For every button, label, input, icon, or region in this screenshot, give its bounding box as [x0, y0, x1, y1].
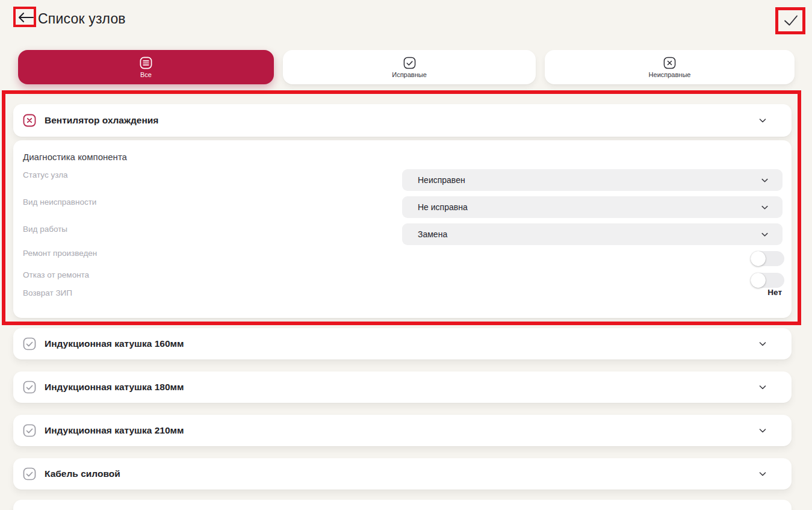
- checkmark-icon: [783, 14, 799, 26]
- toggle-knob: [751, 251, 766, 266]
- diagnostics-panel: Диагностика компонента Статус узла Вид н…: [13, 140, 792, 318]
- zip-return-value: Нет: [767, 288, 782, 297]
- check-square-icon: [23, 381, 36, 394]
- repair-refused-toggle[interactable]: [751, 273, 784, 288]
- node-list-screen: Список узлов Все Исправные Неисправные: [0, 0, 812, 510]
- chevron-down-icon: [760, 176, 769, 185]
- tab-working-label: Исправные: [392, 71, 427, 78]
- tab-faulty[interactable]: Неисправные: [545, 50, 795, 84]
- page-title: Список узлов: [38, 11, 126, 27]
- confirm-button[interactable]: [779, 10, 802, 31]
- tab-working[interactable]: Исправные: [283, 50, 536, 84]
- dropdown-value: Замена: [418, 229, 447, 239]
- chevron-down-icon: [760, 203, 769, 212]
- section-header-cooling-fan[interactable]: Вентилятор охлаждения: [13, 104, 792, 137]
- tab-faulty-label: Неисправные: [649, 71, 691, 78]
- field-label-fault-type: Вид неисправности: [23, 197, 96, 207]
- section-header-coil-180[interactable]: Индукционная катушка 180мм: [13, 372, 792, 403]
- section-header-coil-160[interactable]: Индукционная катушка 160мм: [13, 328, 792, 359]
- section-title: Вентилятор охлаждения: [45, 115, 158, 126]
- dropdown-value: Не исправна: [418, 202, 468, 212]
- toggle-knob: [751, 273, 766, 288]
- section-title: Индукционная катушка 160мм: [45, 338, 184, 349]
- field-label-zip-return: Возврат ЗИП: [23, 288, 72, 297]
- chevron-down-icon: [758, 339, 767, 349]
- repair-done-toggle[interactable]: [751, 251, 784, 266]
- field-label-repair-done: Ремонт произведен: [23, 249, 97, 258]
- chevron-down-icon: [758, 426, 767, 435]
- field-label-repair-refused: Отказ от ремонта: [23, 270, 89, 279]
- check-square-icon: [23, 467, 36, 480]
- check-square-icon: [23, 337, 36, 350]
- tab-all-label: Все: [140, 71, 152, 78]
- fault-type-dropdown[interactable]: Не исправна: [402, 196, 783, 218]
- chevron-down-icon: [758, 116, 767, 125]
- back-button[interactable]: [16, 9, 36, 26]
- field-label-status: Статус узла: [23, 170, 68, 179]
- x-square-icon: [663, 57, 676, 69]
- check-square-icon: [23, 424, 36, 437]
- section-title: Индукционная катушка 210мм: [45, 425, 184, 436]
- dropdown-value: Неисправен: [418, 175, 465, 185]
- chevron-down-icon: [758, 469, 767, 479]
- section-header-power-cable[interactable]: Кабель силовой: [13, 458, 792, 490]
- check-square-icon: [403, 57, 416, 69]
- chevron-down-icon: [758, 382, 767, 392]
- section-header-partial[interactable]: [13, 500, 792, 510]
- status-dropdown[interactable]: Неисправен: [402, 169, 783, 191]
- panel-heading: Диагностика компонента: [23, 152, 127, 162]
- arrow-left-icon: [17, 12, 34, 23]
- section-title: Индукционная катушка 180мм: [45, 382, 184, 393]
- x-square-icon: [23, 114, 36, 127]
- section-header-coil-210[interactable]: Индукционная катушка 210мм: [13, 415, 792, 446]
- list-square-icon: [140, 57, 152, 69]
- section-title: Кабель силовой: [45, 468, 120, 479]
- tab-all[interactable]: Все: [18, 50, 274, 84]
- chevron-down-icon: [760, 230, 769, 239]
- work-type-dropdown[interactable]: Замена: [402, 223, 783, 245]
- field-label-work-type: Вид работы: [23, 225, 67, 234]
